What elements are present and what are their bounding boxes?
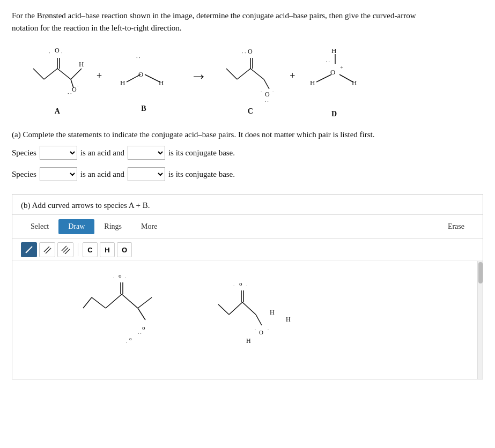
question-line2: notation for the reaction in the left-to…	[12, 24, 182, 32]
question-text: For the Brønsted acid–base reaction show…	[12, 10, 483, 34]
svg-text:o: o	[119, 272, 122, 279]
tool-separator	[78, 243, 78, 256]
select-button[interactable]: Select	[21, 219, 58, 234]
svg-line-25	[250, 69, 264, 79]
draw-tools: C H O	[12, 239, 483, 261]
svg-text:·: ·	[255, 327, 256, 332]
svg-text:·: ·	[125, 275, 126, 280]
svg-text:·: ·	[126, 340, 127, 345]
single-bond-tool[interactable]	[21, 242, 37, 257]
svg-text:H: H	[246, 337, 251, 345]
is-acid-text-2: is an acid and	[80, 170, 124, 179]
svg-line-26	[226, 69, 237, 79]
is-acid-text-1: is an acid and	[80, 148, 124, 158]
main-content: For the Brønsted acid–base reaction show…	[0, 0, 495, 385]
svg-line-41	[26, 247, 32, 253]
svg-text:· ·: · ·	[138, 331, 142, 336]
plus-sign-1: +	[92, 70, 106, 81]
svg-line-53	[122, 294, 138, 308]
drawing-canvas[interactable]: · o · o · · o ·	[12, 261, 483, 379]
species-select-1a[interactable]: A B C D	[40, 146, 77, 160]
atom-h-button[interactable]: H	[100, 242, 115, 257]
svg-text:+: +	[340, 64, 343, 70]
svg-line-68	[242, 302, 256, 315]
svg-line-70	[256, 315, 262, 325]
svg-text:· ·: · ·	[136, 55, 141, 61]
svg-line-37	[316, 74, 331, 82]
svg-text:·: ·	[246, 283, 247, 288]
svg-text:O: O	[138, 70, 143, 78]
svg-line-52	[106, 294, 122, 308]
svg-line-24	[237, 69, 250, 79]
more-button[interactable]: More	[131, 219, 167, 234]
svg-text:H: H	[159, 79, 164, 87]
svg-text:H: H	[120, 79, 125, 87]
scrollbar-thumb[interactable]	[478, 262, 483, 283]
molecule-d: H O + · · H H D	[305, 43, 364, 118]
svg-text:·: ·	[49, 50, 50, 56]
svg-line-56	[138, 297, 152, 308]
svg-text:·: ·	[233, 283, 234, 288]
svg-line-8	[71, 69, 82, 79]
svg-text:·: ·	[113, 275, 114, 280]
svg-line-7	[33, 69, 44, 79]
svg-text:O: O	[248, 48, 253, 55]
reaction-diagram: · O · H · O · · A	[12, 43, 483, 118]
svg-line-55	[83, 297, 92, 308]
svg-text:H: H	[270, 309, 275, 316]
part-b-header: (b) Add curved arrows to species A + B.	[12, 195, 483, 215]
molecule-b-label: B	[141, 104, 146, 113]
svg-text:H: H	[331, 47, 336, 55]
svg-line-67	[229, 302, 242, 315]
molecule-a-label: A	[55, 107, 61, 116]
question-line1: For the Brønsted acid–base reaction show…	[12, 11, 416, 20]
conjugate-text-1: is its conjugate base.	[168, 148, 235, 158]
svg-line-39	[339, 74, 353, 82]
svg-text:H: H	[79, 60, 84, 68]
svg-line-16	[127, 74, 141, 82]
atom-o-button[interactable]: O	[117, 242, 132, 257]
erase-button[interactable]: Erase	[438, 219, 474, 234]
svg-line-5	[44, 69, 57, 79]
species-row-1: Species A B C D is an acid and A B C D i…	[12, 146, 483, 160]
molecule-b: · · O H H B	[112, 49, 176, 113]
svg-text:· ·: · ·	[265, 99, 269, 104]
svg-text:H: H	[286, 316, 291, 323]
svg-line-69	[218, 304, 229, 315]
part-b-section: (b) Add curved arrows to species A + B. …	[12, 194, 483, 379]
svg-text:·: ·	[261, 89, 262, 94]
species-select-1b[interactable]: A B C D	[128, 146, 165, 160]
draw-button[interactable]: Draw	[58, 219, 94, 234]
svg-text:·: ·	[268, 327, 269, 332]
svg-text:· ·: · ·	[326, 58, 330, 64]
atom-c-button[interactable]: C	[83, 242, 98, 257]
svg-text:·: ·	[61, 50, 63, 56]
svg-line-54	[92, 297, 106, 308]
svg-text:o: o	[142, 324, 145, 331]
species-select-2a[interactable]: A B C D	[40, 167, 77, 181]
svg-text:·: ·	[77, 83, 79, 89]
molecule-c: · · O O · · · · C	[221, 46, 280, 116]
species-select-2b[interactable]: A B C D	[128, 167, 165, 181]
double-bond-tool[interactable]	[39, 242, 55, 257]
toolbar: Select Draw Rings More Erase	[12, 215, 483, 239]
svg-text:O: O	[259, 329, 263, 335]
svg-text:· ·: · ·	[68, 91, 72, 96]
species-label-2: Species	[12, 170, 36, 179]
part-a-label: (a) Complete the statements to indicate …	[12, 130, 483, 139]
part-b-label: (b) Add curved arrows to species A + B.	[21, 201, 150, 210]
svg-line-27	[264, 79, 269, 89]
plus-sign-2: +	[285, 70, 299, 81]
svg-line-18	[145, 74, 160, 82]
scrollbar-track[interactable]	[477, 261, 483, 379]
conjugate-text-2: is its conjugate base.	[168, 170, 235, 179]
part-a: (a) Complete the statements to indicate …	[12, 130, 483, 181]
svg-line-57	[138, 308, 145, 320]
svg-text:O: O	[55, 47, 60, 54]
svg-text:O: O	[72, 86, 77, 93]
reaction-arrow: →	[181, 66, 216, 86]
triple-bond-tool[interactable]	[57, 242, 73, 257]
svg-text:H: H	[352, 79, 357, 87]
svg-line-6	[57, 69, 71, 79]
rings-button[interactable]: Rings	[94, 219, 131, 234]
